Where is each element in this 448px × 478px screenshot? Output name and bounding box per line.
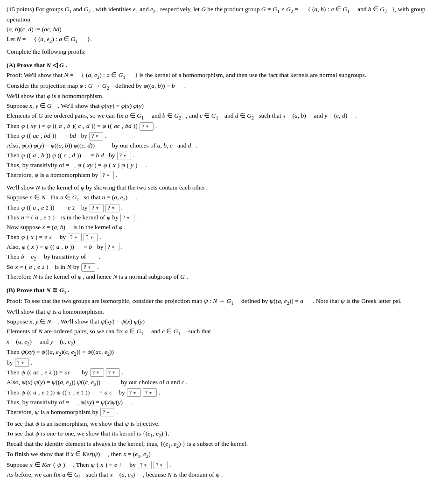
by-dropdown-B1: by ? . <box>7 358 441 368</box>
also-phi-x-phi-y: Also, φ(x) φ(y) = φ((a, b)) φ((c, d)) by… <box>7 141 441 151</box>
dropdown-B4[interactable]: ? <box>127 388 141 397</box>
then-psi-ace2-ac: Then ψ((ac, e2)) = ac by ? ? . <box>7 368 441 378</box>
dropdown-3[interactable]: ? <box>117 152 131 160</box>
fix-a-in-G1-domain: As before, we can fix a ∈ G1 such that x… <box>7 470 441 478</box>
suppose-xy: Suppose x, y ∈ G . We'll show that φ(xy)… <box>7 101 441 111</box>
section-a-header: (A) Prove that N ◁ G . <box>7 61 441 70</box>
dropdown-B6[interactable]: ? <box>100 408 114 416</box>
thus-transitivity-1: Thus, by transitivity of = , φ(xy) = φ(x… <box>7 161 441 170</box>
show-psi-homo: We'll show that ψ is a homomorphism. <box>7 307 441 317</box>
header-text-left: (15 points) For groups G1 and G2 , with … <box>7 5 441 25</box>
then-phi-ab-phi-cd: Then φ((a, b)) φ((c, d)) = b d by ? . <box>7 151 441 161</box>
dropdown-B7[interactable]: ? <box>138 461 152 469</box>
finish-show-kernel: To finish we show that if x ∈ Ker(ψ) , t… <box>7 450 441 460</box>
then-phi-x-e2: Then φ(x) = e2 by ? ? . <box>7 232 441 242</box>
elements-ordered-pairs: Elements of G are ordered pairs, so we c… <box>7 111 441 121</box>
also-phi-x-phi-ab: Also, φ(x) = φ((a, b)) = b by ? . <box>7 242 441 252</box>
now-suppose-x-kernel: Now suppose x = (a, b) is in the kernel … <box>7 223 441 232</box>
section-b-header: (B) Prove that N ≅ G1 . <box>7 286 441 296</box>
show-N-kernel: We'll show N is the kernel of φ by showi… <box>7 183 441 193</box>
dropdown-B1[interactable]: ? <box>15 358 29 367</box>
dropdown-2[interactable]: ? <box>89 132 103 141</box>
header-line3: Let N = { (a, e2) : a ∈ G1 }. <box>7 35 441 45</box>
therefore-psi-homo: Therefore, ψ is a homomorphism by ? . <box>7 408 441 417</box>
suppose-xy-N: Suppose x, y ∈ N . We'll show that ψ(xy)… <box>7 317 441 327</box>
dropdown-11[interactable]: ? <box>81 263 95 272</box>
dropdown-5[interactable]: ? <box>90 204 104 212</box>
dropdown-1[interactable]: ? <box>140 122 154 131</box>
dropdown-9[interactable]: ? <box>84 233 98 241</box>
projection-map-def: Consider the projection map φ : G → G2 d… <box>7 81 441 91</box>
then-psi-xy-expand: Then ψ(xy) = ψ((a, e2)(c, e2)) = ψ((ac, … <box>7 347 441 358</box>
dropdown-6[interactable]: ? <box>105 204 119 212</box>
dropdown-7[interactable]: ? <box>120 214 134 222</box>
suppose-x-kerPsi: Suppose x ∈ Ker(ψ) . Then ψ(x) = e1 by ?… <box>7 460 441 470</box>
header-line4: Complete the following proofs: <box>7 47 441 57</box>
show-homo: We'll show that φ is a homomorphism. <box>7 91 441 101</box>
dropdown-B3[interactable]: ? <box>106 368 120 377</box>
then-b-e2: Then b = e2 by transitivity of = . <box>7 252 441 262</box>
suppose-n-in-N: Suppose n ∈ N . Fix a ∈ G1 so that n = (… <box>7 193 441 203</box>
therefore-homo: Therefore, φ is a homomorphism by ? . <box>7 170 441 180</box>
dropdown-B8[interactable]: ? <box>154 461 168 469</box>
psi-one-to-one: To see that ψ is one-to-one, we show tha… <box>7 429 441 439</box>
section-b-proof-start: Proof: To see that the two groups are is… <box>7 296 441 307</box>
thus-transitivity-B: Thus, by transitivity of = , ψ(xy) = ψ(x… <box>7 398 441 408</box>
section-a-proof-start: Proof: We'll show that N = { (a, e2) : a… <box>7 70 441 81</box>
header-line1: (15 points) For groups G1 and G2 , with … <box>7 5 441 25</box>
then-phi-ae2: Then φ((a, e2)) = e2 by ? ? . <box>7 203 441 213</box>
dropdown-B2[interactable]: ? <box>90 368 104 377</box>
elements-N-ordered: Elements of N are ordered pairs, so we c… <box>7 327 441 337</box>
header-line2: (a, b)(c, d) := (ac, bd) <box>7 25 441 35</box>
psi-bijective: To see that ψ is an isomorphism, we show… <box>7 419 441 429</box>
also-psi-x-psi-y-B: Also, ψ(x) ψ(y) = ψ((a, e2)) ψ((c, e2)) … <box>7 378 441 388</box>
then-phi-acbd: Then φ((ac, bd)) = bd by ? . <box>7 131 441 141</box>
then-phi-xy-1: Then φ(xy) = φ((a, b)(c, d)) = φ((ac, bd… <box>7 121 441 131</box>
dropdown-B5[interactable]: ? <box>143 388 157 397</box>
therefore-N-kernel: Therefore N is the kernel of φ , and hen… <box>7 272 441 282</box>
identity-in-kernel: Recall that the identity element is alwa… <box>7 439 441 450</box>
thus-n-ae2-kernel: Thus n = (a, e2) is in the kernel of φ b… <box>7 213 441 223</box>
dropdown-8[interactable]: ? <box>68 233 82 241</box>
page-container: (15 points) For groups G1 and G2 , with … <box>7 5 441 478</box>
x-ae2-y-ce2: x = (a, e2) and y = (c, e2) <box>7 337 441 347</box>
dropdown-4[interactable]: ? <box>100 171 114 179</box>
dropdown-10[interactable]: ? <box>105 243 119 251</box>
so-x-ae2-in-N: So x = (a, e2) is in N by ? . <box>7 262 441 272</box>
then-psi-ae2-ce2: Then ψ((a, e2)) ψ((c, e2)) = a c by ? ? … <box>7 388 441 398</box>
